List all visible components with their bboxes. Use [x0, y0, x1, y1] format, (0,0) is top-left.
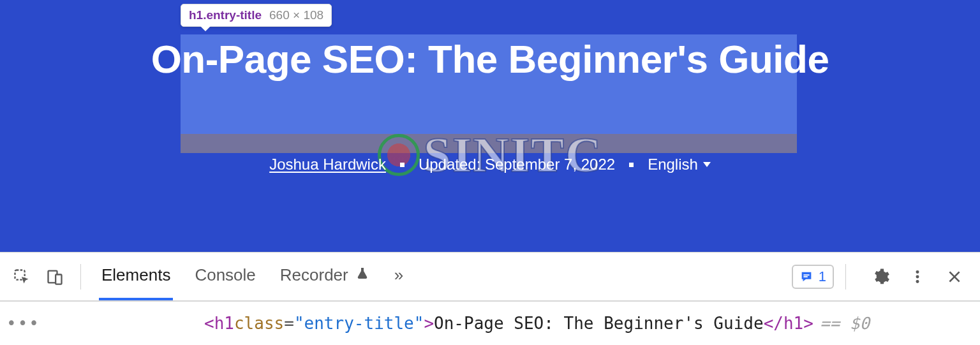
meta-separator	[400, 163, 405, 167]
selected-node-indicator: == $0	[820, 314, 870, 333]
page-title: On-Page SEO: The Beginner's Guide	[0, 36, 980, 82]
toolbar-divider	[80, 264, 81, 290]
code-token: On-Page SEO: The Beginner's Guide	[434, 314, 764, 333]
tab-label: Elements	[101, 265, 170, 285]
devtools-toolbar: Elements Console Recorder » 1	[0, 252, 980, 300]
kebab-icon	[909, 268, 926, 285]
close-icon	[946, 268, 963, 285]
code-token: </	[764, 314, 783, 333]
elements-source-row[interactable]: ••• <h1 class="entry-title">On-Page SEO:…	[0, 302, 980, 345]
chevron-down-icon	[703, 162, 711, 167]
svg-rect-4	[803, 276, 807, 277]
code-token: h1	[783, 314, 803, 333]
code-token: "	[294, 314, 304, 333]
meta-separator	[629, 163, 634, 167]
inspect-cursor-icon	[13, 268, 31, 286]
issues-button[interactable]: 1	[792, 265, 834, 289]
tab-recorder[interactable]: Recorder	[278, 253, 373, 300]
inspect-tooltip: h1.entry-title 660 × 108	[181, 4, 332, 27]
code-token: >	[803, 314, 813, 333]
svg-rect-3	[803, 274, 809, 275]
language-label: English	[648, 156, 698, 173]
toggle-device-toolbar-button[interactable]	[41, 263, 69, 291]
collapse-ancestors-button[interactable]: •••	[6, 314, 38, 333]
gear-icon	[871, 267, 890, 286]
code-token: =	[284, 314, 294, 333]
close-devtools-button[interactable]	[940, 263, 969, 291]
code-token: entry-title	[304, 314, 414, 333]
article-meta: Joshua Hardwick Updated: September 7, 20…	[0, 156, 980, 173]
code-token: <	[204, 314, 214, 333]
updated-date: Updated: September 7, 2022	[419, 156, 615, 173]
inspect-tooltip-selector: h1.entry-title	[189, 8, 262, 22]
inspect-tooltip-dimensions: 660 × 108	[269, 8, 323, 22]
svg-point-5	[916, 270, 919, 273]
more-options-button[interactable]	[903, 263, 932, 291]
flask-icon	[355, 266, 370, 281]
tab-label: Console	[195, 265, 255, 285]
code-token: >	[424, 314, 434, 333]
settings-button[interactable]	[866, 263, 895, 291]
tab-console[interactable]: Console	[192, 253, 258, 300]
more-tabs-button[interactable]: »	[392, 253, 406, 300]
svg-point-7	[916, 280, 919, 283]
chevron-double-right-icon: »	[394, 265, 403, 285]
tab-label: Recorder	[280, 265, 348, 285]
code-token: class	[234, 314, 284, 333]
tab-elements[interactable]: Elements	[99, 253, 173, 300]
svg-point-6	[916, 275, 919, 278]
code-token: "	[414, 314, 424, 333]
inspect-highlight-margin	[181, 134, 797, 153]
webpage-hero: h1.entry-title 660 × 108 On-Page SEO: Th…	[0, 0, 980, 252]
inspect-element-button[interactable]	[8, 263, 36, 291]
devices-icon	[46, 268, 64, 286]
issues-count: 1	[819, 268, 826, 285]
language-dropdown[interactable]: English	[648, 156, 711, 173]
code-token: h1	[214, 314, 234, 333]
author-link[interactable]: Joshua Hardwick	[269, 156, 386, 173]
chat-icon	[799, 270, 813, 284]
devtools-tabs: Elements Console Recorder »	[99, 253, 406, 300]
beaker-icon	[355, 266, 370, 285]
toolbar-divider	[845, 264, 846, 290]
svg-rect-2	[56, 274, 61, 284]
